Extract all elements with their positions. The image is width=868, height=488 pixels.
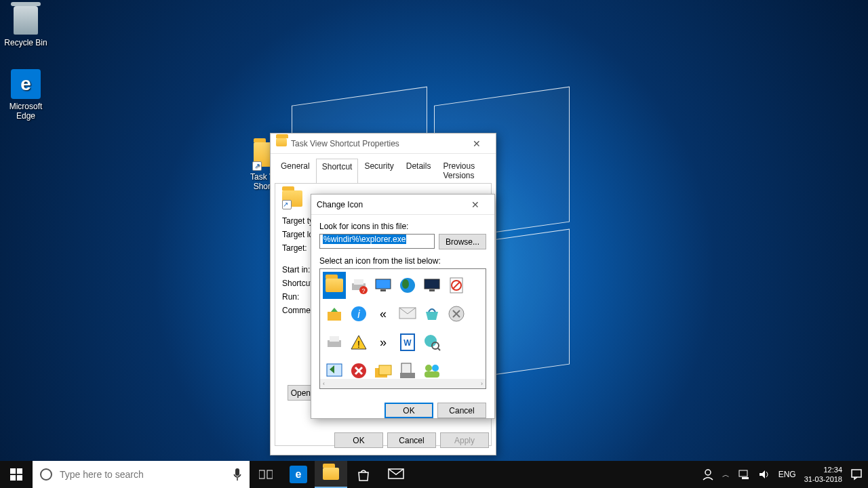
- svg-point-7: [402, 279, 409, 289]
- svg-text:i: i: [357, 308, 360, 320]
- titlebar[interactable]: Task View Shortcut Properties ✕: [271, 134, 496, 154]
- svg-rect-4: [376, 279, 391, 289]
- titlebar[interactable]: Change Icon ✕: [311, 195, 494, 215]
- desktop-icon-edge[interactable]: e Microsoft Edge: [0, 68, 52, 121]
- ok-button[interactable]: OK: [334, 432, 383, 448]
- svg-text:?: ?: [361, 287, 365, 294]
- task-view-button[interactable]: [250, 461, 282, 488]
- icon-option-empty: [445, 329, 468, 356]
- svg-rect-1: [354, 279, 363, 285]
- search-box[interactable]: [33, 461, 250, 488]
- taskbar-app-edge[interactable]: e: [282, 461, 315, 488]
- tab-shortcut[interactable]: Shortcut: [316, 159, 359, 184]
- ok-button[interactable]: OK: [384, 403, 433, 418]
- icon-label: Recycle Bin: [0, 38, 52, 47]
- folder-icon: [276, 138, 287, 149]
- icon-option-rewind[interactable]: «: [372, 300, 395, 327]
- tab-security[interactable]: Security: [358, 158, 399, 183]
- search-input[interactable]: [60, 461, 225, 488]
- svg-point-45: [705, 470, 711, 475]
- icon-option-envelope[interactable]: [396, 300, 419, 327]
- cortana-circle-icon: [33, 468, 60, 481]
- tab-strip: General Shortcut Security Details Previo…: [271, 154, 496, 183]
- look-for-icons-label: Look for icons in this file:: [319, 222, 486, 231]
- icon-option-forward[interactable]: »: [372, 329, 395, 356]
- icon-label: Microsoft Edge: [0, 102, 52, 121]
- close-icon[interactable]: ✕: [463, 134, 490, 153]
- date-text: 31-03-2018: [804, 474, 842, 484]
- clock[interactable]: 12:34 31-03-2018: [804, 465, 842, 484]
- svg-rect-19: [330, 336, 339, 342]
- svg-rect-43: [267, 470, 273, 479]
- svg-rect-31: [400, 373, 415, 378]
- people-icon[interactable]: [702, 468, 714, 481]
- svg-rect-46: [739, 470, 747, 476]
- apply-button[interactable]: Apply: [440, 432, 489, 448]
- taskbar: e ︿ ENG 12:34 31-03-2018: [0, 461, 868, 488]
- svg-rect-47: [742, 477, 749, 479]
- windows-logo-icon: [10, 468, 22, 481]
- time-text: 12:34: [804, 465, 842, 474]
- svg-rect-48: [852, 470, 861, 477]
- svg-rect-36: [17, 468, 22, 474]
- icon-option-blocked-page[interactable]: [445, 272, 468, 299]
- icon-option-basket[interactable]: [420, 300, 443, 327]
- start-button[interactable]: [0, 461, 33, 488]
- taskbar-app-explorer[interactable]: [315, 461, 347, 488]
- icon-option-printer-question[interactable]: ?: [347, 272, 370, 299]
- svg-rect-5: [380, 289, 386, 291]
- icon-file-path-input[interactable]: %windir%\explorer.exe: [319, 234, 435, 249]
- taskbar-app-mail[interactable]: [380, 461, 412, 488]
- icon-option-word-doc[interactable]: W: [396, 329, 419, 356]
- system-tray: ︿ ENG 12:34 31-03-2018: [696, 465, 868, 484]
- cancel-button[interactable]: Cancel: [387, 432, 436, 448]
- svg-rect-34: [425, 371, 439, 378]
- taskbar-app-store[interactable]: [347, 461, 380, 488]
- icon-option-warning[interactable]: !: [347, 329, 370, 356]
- svg-rect-35: [10, 468, 16, 474]
- icon-option-info[interactable]: i: [347, 300, 370, 327]
- tab-details[interactable]: Details: [400, 158, 437, 183]
- svg-rect-37: [10, 475, 16, 481]
- change-icon-dialog: Change Icon ✕ Look for icons in this fil…: [311, 194, 495, 419]
- recycle-bin-icon: [14, 6, 38, 35]
- icon-option-control-panel[interactable]: [420, 272, 443, 299]
- window-title: Task View Shortcut Properties: [291, 139, 463, 148]
- shortcut-arrow-icon: ↗: [282, 200, 292, 209]
- select-icon-label: Select an icon from the list below:: [319, 256, 486, 266]
- svg-rect-42: [259, 470, 264, 479]
- icon-option-folder-up[interactable]: [323, 300, 346, 327]
- svg-point-23: [425, 335, 437, 347]
- icon-option-globe[interactable]: [396, 272, 419, 299]
- svg-point-39: [41, 469, 52, 480]
- desktop-icon-recycle-bin[interactable]: Recycle Bin: [0, 4, 52, 47]
- cancel-button[interactable]: Cancel: [437, 403, 486, 418]
- svg-rect-40: [235, 468, 239, 476]
- window-title: Change Icon: [317, 200, 462, 209]
- tab-previous-versions[interactable]: Previous Versions: [437, 158, 492, 183]
- folder-icon: [323, 468, 339, 480]
- tab-general[interactable]: General: [275, 158, 316, 183]
- icon-option-monitor[interactable]: [372, 272, 395, 299]
- icon-option-folder[interactable]: [323, 272, 346, 299]
- icon-option-cancel-circle[interactable]: [445, 300, 468, 327]
- svg-rect-29: [379, 365, 391, 375]
- tray-chevron-up-icon[interactable]: ︿: [722, 470, 730, 480]
- icon-list: ? i « ! » W: [319, 268, 486, 389]
- svg-point-33: [432, 365, 439, 371]
- icon-option-globe-search[interactable]: [420, 329, 443, 356]
- volume-icon[interactable]: [758, 469, 770, 480]
- svg-line-25: [438, 348, 440, 350]
- svg-rect-9: [429, 289, 435, 291]
- icon-option-printer[interactable]: [323, 329, 346, 356]
- svg-rect-38: [17, 475, 22, 481]
- horizontal-scrollbar[interactable]: ‹›: [320, 379, 486, 388]
- microphone-icon[interactable]: [225, 468, 250, 481]
- action-center-icon[interactable]: [850, 468, 863, 481]
- svg-point-32: [425, 365, 432, 371]
- network-icon[interactable]: [738, 469, 750, 480]
- browse-button[interactable]: Browse...: [439, 234, 486, 249]
- language-indicator[interactable]: ENG: [778, 470, 796, 479]
- svg-text:!: !: [357, 339, 360, 350]
- close-icon[interactable]: ✕: [462, 195, 489, 214]
